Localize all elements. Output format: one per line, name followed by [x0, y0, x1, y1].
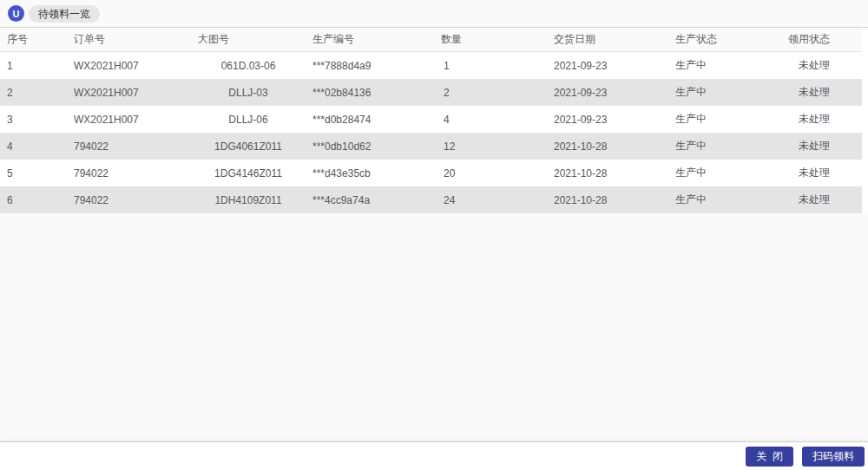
cell-index: 3 [0, 106, 67, 133]
cell-index: 2 [0, 79, 67, 106]
footer-bar: 关 闭 扫码领料 [0, 441, 868, 470]
cell-production-no: ***d0b28474 [306, 106, 434, 133]
scan-materials-button[interactable]: 扫码领料 [802, 447, 865, 467]
cell-order-no: WX2021H007 [67, 106, 191, 133]
cell-order-no: 794022 [67, 160, 191, 186]
cell-quantity: 20 [434, 160, 547, 186]
cell-delivery-date: 2021-10-28 [547, 133, 668, 160]
col-header-order-no: 订单号 [67, 28, 191, 52]
cell-index: 5 [0, 160, 67, 186]
cell-order-no: WX2021H007 [67, 52, 191, 80]
cell-delivery-date: 2021-10-28 [547, 186, 668, 213]
cell-index: 4 [0, 133, 67, 160]
cell-delivery-date: 2021-09-23 [547, 79, 668, 106]
table-row[interactable]: 5 794022 1DG4146Z011 ***d43e35cb 20 2021… [0, 160, 862, 186]
col-header-quantity: 数量 [434, 28, 547, 52]
pending-materials-panel: U 待领料一览 序号 订单号 大图号 生产编号 数量 交货日期 生产状态 领用状… [0, 0, 868, 470]
cell-index: 6 [0, 186, 67, 213]
table-row[interactable]: 6 794022 1DH4109Z011 ***4cc9a74a 24 2021… [0, 186, 862, 213]
cell-usage-status: 未处理 [781, 133, 862, 160]
cell-delivery-date: 2021-10-28 [547, 160, 668, 186]
tab-pending-materials[interactable]: 待领料一览 [29, 5, 100, 23]
cell-production-no: ***0db10d62 [306, 133, 434, 160]
col-header-index: 序号 [0, 28, 67, 52]
cell-drawing-no: DLLJ-06 [191, 106, 306, 133]
cell-drawing-no: 1DG4146Z011 [191, 160, 306, 186]
cell-production-status: 生产中 [668, 79, 781, 106]
cell-usage-status: 未处理 [781, 52, 862, 80]
col-header-production-status: 生产状态 [668, 28, 781, 52]
table-row[interactable]: 4 794022 1DG4061Z011 ***0db10d62 12 2021… [0, 133, 862, 160]
close-button[interactable]: 关 闭 [746, 447, 793, 467]
cell-order-no: 794022 [67, 133, 191, 160]
cell-drawing-no: 1DG4061Z011 [191, 133, 306, 160]
cell-drawing-no: 061D.03-06 [191, 52, 306, 80]
col-header-production-no: 生产编号 [306, 28, 434, 52]
table-row[interactable]: 1 WX2021H007 061D.03-06 ***7888d4a9 1 20… [0, 52, 862, 80]
cell-production-no: ***7888d4a9 [306, 52, 434, 80]
cell-delivery-date: 2021-09-23 [547, 106, 668, 133]
cell-usage-status: 未处理 [781, 186, 862, 213]
cell-production-status: 生产中 [668, 52, 781, 80]
cell-quantity: 24 [434, 186, 547, 213]
cell-production-status: 生产中 [668, 186, 781, 213]
cell-order-no: 794022 [67, 186, 191, 213]
cell-production-status: 生产中 [668, 160, 781, 186]
cell-production-no: ***4cc9a74a [306, 186, 434, 213]
cell-production-status: 生产中 [668, 106, 781, 133]
table-header-row: 序号 订单号 大图号 生产编号 数量 交货日期 生产状态 领用状态 [0, 28, 862, 52]
cell-usage-status: 未处理 [781, 79, 862, 106]
cell-production-status: 生产中 [668, 133, 781, 160]
cell-quantity: 12 [434, 133, 547, 160]
col-header-drawing-no: 大图号 [191, 28, 306, 52]
table-row[interactable]: 2 WX2021H007 DLLJ-03 ***02b84136 2 2021-… [0, 79, 862, 106]
top-bar: U 待领料一览 [0, 0, 868, 27]
cell-quantity: 1 [434, 52, 547, 80]
materials-table: 序号 订单号 大图号 生产编号 数量 交货日期 生产状态 领用状态 1 WX20… [0, 27, 868, 213]
cell-drawing-no: DLLJ-03 [191, 79, 306, 106]
user-avatar[interactable]: U [8, 5, 24, 22]
cell-drawing-no: 1DH4109Z011 [191, 186, 306, 213]
cell-usage-status: 未处理 [781, 160, 862, 186]
col-header-delivery-date: 交货日期 [547, 28, 668, 52]
cell-usage-status: 未处理 [781, 106, 862, 133]
table-row[interactable]: 3 WX2021H007 DLLJ-06 ***d0b28474 4 2021-… [0, 106, 862, 133]
cell-quantity: 2 [434, 79, 547, 106]
cell-order-no: WX2021H007 [67, 79, 191, 106]
cell-index: 1 [0, 52, 67, 80]
col-header-usage-status: 领用状态 [781, 28, 862, 52]
cell-delivery-date: 2021-09-23 [547, 52, 668, 80]
cell-production-no: ***d43e35cb [306, 160, 434, 186]
cell-production-no: ***02b84136 [306, 79, 434, 106]
table-body: 1 WX2021H007 061D.03-06 ***7888d4a9 1 20… [0, 52, 862, 214]
cell-quantity: 4 [434, 106, 547, 133]
